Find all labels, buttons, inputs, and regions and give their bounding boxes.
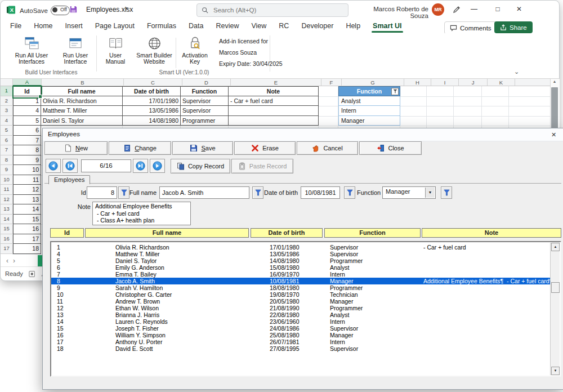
ribbon-button-run-all-user-interfaces[interactable]: Run All UserInterfaces bbox=[7, 35, 56, 70]
save-button[interactable]: Save bbox=[172, 141, 233, 155]
copy-record-button[interactable]: Copy Record bbox=[171, 159, 230, 173]
nav-next-button[interactable] bbox=[150, 159, 165, 173]
sheet-cell[interactable]: 8 bbox=[13, 145, 41, 155]
function-dropdown[interactable]: Manager ▼ bbox=[382, 186, 436, 199]
ribbon-tab-smart-ui[interactable]: Smart UI bbox=[367, 19, 408, 33]
list-row[interactable]: 17Anthony U. Porter26/07/1981Intern bbox=[51, 338, 551, 345]
sheet-cell[interactable]: Id bbox=[13, 86, 41, 96]
ribbon-button-run-user-interface[interactable]: Run UserInterface bbox=[57, 35, 94, 70]
sheet-cell[interactable]: 12 bbox=[13, 185, 41, 195]
function-table-cell[interactable]: Analyst bbox=[338, 96, 400, 106]
paste-record-button[interactable]: Paste Record bbox=[231, 159, 293, 173]
minimize-button[interactable]: — bbox=[466, 1, 482, 17]
ribbon-button-user-manual[interactable]: UserManual bbox=[99, 35, 132, 70]
ribbon-tab-file[interactable]: File bbox=[4, 19, 28, 33]
column-header-J[interactable]: J bbox=[459, 79, 488, 86]
list-row[interactable]: 16William Y. Simpson25/08/1980Manager bbox=[51, 332, 551, 338]
row-header-1[interactable]: 1 bbox=[1, 86, 14, 96]
column-header-E[interactable]: E bbox=[231, 79, 321, 86]
row-header-6[interactable]: 6 bbox=[1, 136, 13, 146]
sheet-cell[interactable]: 18 bbox=[13, 244, 41, 254]
sheet-tab-next-icon[interactable]: › bbox=[13, 257, 15, 265]
list-row[interactable]: 18David E. Scott27/08/1995Supervisor bbox=[51, 345, 551, 352]
list-scroll-up-icon[interactable]: ▲ bbox=[551, 243, 560, 251]
nav-first-button[interactable] bbox=[62, 159, 78, 173]
ribbon-button-activation-key[interactable]: ActivationKey bbox=[177, 35, 213, 70]
list-row[interactable]: 5Daniel S. Taylor14/08/1980Programmer bbox=[51, 257, 551, 264]
ribbon-tab-help[interactable]: Help bbox=[339, 19, 367, 33]
change-button[interactable]: Change bbox=[109, 141, 171, 155]
select-all-corner[interactable] bbox=[1, 79, 13, 86]
list-row[interactable]: 12Ethan W. Wilson21/08/1990Programmer bbox=[51, 305, 551, 311]
row-header-17[interactable]: 17 bbox=[1, 244, 13, 254]
autosave-control[interactable]: AutoSave Off bbox=[20, 6, 70, 15]
column-header-A[interactable]: A bbox=[13, 79, 42, 86]
row-header-9[interactable]: 9 bbox=[1, 165, 13, 175]
list-row[interactable]: 9Sarah V. Hamilton18/08/1980Programmer bbox=[51, 284, 551, 291]
fullname-filter-button[interactable] bbox=[252, 186, 263, 199]
sheet-cell[interactable]: Supervisor bbox=[181, 106, 229, 116]
column-header-C[interactable]: C bbox=[124, 79, 182, 86]
sheet-cell[interactable]: 6 bbox=[13, 126, 41, 136]
nav-last-button[interactable] bbox=[133, 159, 148, 173]
sheet-cell[interactable]: Olivia R. Richardson bbox=[41, 96, 123, 106]
sheet-cell[interactable]: 13/05/1986 bbox=[123, 106, 181, 116]
sheet-vscrollbar-thumb[interactable] bbox=[551, 87, 558, 129]
row-header-16[interactable]: 16 bbox=[1, 234, 13, 244]
sheet-cell[interactable]: 4 bbox=[13, 106, 41, 116]
row-header-12[interactable]: 12 bbox=[1, 195, 13, 205]
id-filter-button[interactable] bbox=[118, 186, 129, 199]
row-header-11[interactable]: 11 bbox=[1, 185, 13, 195]
share-button[interactable]: Share bbox=[494, 21, 533, 33]
row-header-13[interactable]: 13 bbox=[1, 204, 13, 215]
sheet-tab-prev-icon[interactable]: ‹ bbox=[6, 257, 8, 265]
column-header-F[interactable]: F bbox=[321, 79, 342, 86]
search-box[interactable] bbox=[196, 3, 348, 17]
sheet-cell[interactable]: Supervisor bbox=[181, 96, 229, 106]
ribbon-tab-developer[interactable]: Developer bbox=[295, 19, 339, 33]
list-vscrollbar[interactable]: ▲ ▼ bbox=[550, 243, 560, 375]
ribbon-tab-formulas[interactable]: Formulas bbox=[141, 19, 182, 33]
list-row[interactable]: 1Olivia R. Richardson17/01/1980Superviso… bbox=[51, 244, 551, 251]
ribbon-tab-page-layout[interactable]: Page Layout bbox=[89, 19, 141, 33]
user-avatar[interactable]: MR bbox=[432, 3, 444, 16]
sheet-cell[interactable]: Date of birth bbox=[123, 86, 181, 96]
sheet-cell[interactable] bbox=[229, 116, 319, 126]
dob-filter-button[interactable] bbox=[344, 186, 355, 199]
sheet-cell[interactable]: 14/08/1980 bbox=[123, 116, 181, 126]
close-button[interactable]: Close bbox=[359, 141, 422, 155]
list-row[interactable]: 7Emma T. Bailey16/09/1970Intern bbox=[51, 271, 551, 278]
tab-employees[interactable]: Employees bbox=[48, 175, 90, 184]
autosave-toggle[interactable]: Off bbox=[51, 6, 70, 15]
sheet-cell[interactable] bbox=[229, 106, 319, 116]
row-header-4[interactable]: 4 bbox=[1, 116, 13, 126]
list-row[interactable]: 10Christopher G. Carter19/08/1970Technic… bbox=[51, 291, 551, 298]
fullname-field[interactable] bbox=[159, 186, 249, 199]
row-header-15[interactable]: 15 bbox=[1, 224, 13, 234]
fill-handle[interactable] bbox=[38, 95, 42, 99]
list-row[interactable]: 13Brianna J. Harris22/08/1980Analyst bbox=[51, 311, 551, 318]
new-button[interactable]: New bbox=[44, 141, 108, 155]
list-column-header-full-name[interactable]: Full name bbox=[85, 228, 249, 238]
function-table-header[interactable]: Function bbox=[338, 86, 400, 96]
sheet-cell[interactable]: 17/01/1980 bbox=[123, 96, 181, 106]
ribbon-tab-rc[interactable]: RC bbox=[272, 19, 295, 33]
table-filter-icon[interactable] bbox=[391, 88, 399, 95]
row-header-2[interactable]: 2 bbox=[1, 96, 13, 106]
record-counter[interactable]: 6/16 bbox=[81, 159, 131, 172]
list-row[interactable]: 8Jacob A. Smith10/08/1981ManagerAddition… bbox=[51, 278, 551, 284]
list-column-header-date-of-birth[interactable]: Date of birth bbox=[251, 228, 323, 238]
sheet-cell[interactable]: 1 bbox=[13, 96, 41, 106]
dob-field[interactable] bbox=[301, 186, 340, 199]
save-file-icon[interactable] bbox=[69, 5, 78, 14]
sheet-cell[interactable]: - Car + fuel card bbox=[229, 96, 319, 106]
column-header-H[interactable]: H bbox=[404, 79, 431, 86]
row-header-7[interactable]: 7 bbox=[1, 145, 13, 155]
erase-button[interactable]: Erase bbox=[234, 141, 296, 155]
column-header-G[interactable]: G bbox=[342, 79, 404, 86]
row-header-8[interactable]: 8 bbox=[1, 155, 13, 166]
column-header-I[interactable]: I bbox=[431, 79, 459, 86]
sheet-cell[interactable]: 11 bbox=[13, 175, 41, 185]
employees-list[interactable]: 1Olivia R. Richardson17/01/1980Superviso… bbox=[50, 241, 561, 377]
function-table-cell[interactable]: Manager bbox=[338, 116, 400, 126]
